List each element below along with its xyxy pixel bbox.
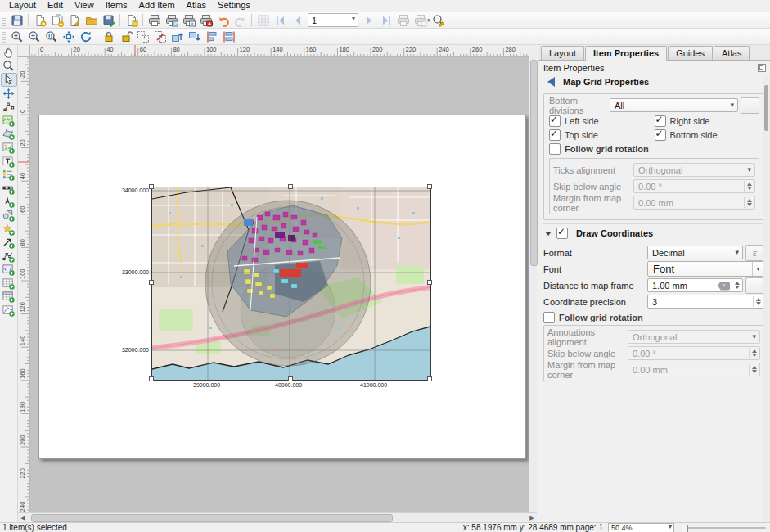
follow-grid-rotation-2-checkbox[interactable] xyxy=(543,312,555,323)
zoom-tool-button[interactable] xyxy=(1,60,17,74)
distribute-selected-items-button[interactable] xyxy=(220,29,237,44)
add-label-button[interactable] xyxy=(1,155,17,169)
horizontal-ruler[interactable]: 0204060801001201401601802002202402602803… xyxy=(30,45,529,57)
add-elevation-profile-button[interactable] xyxy=(1,304,17,318)
menu-items[interactable]: Items xyxy=(100,0,133,11)
duplicate-layout-button[interactable] xyxy=(48,13,65,28)
export-as-svg-button[interactable] xyxy=(180,13,197,28)
canvas-vertical-scrollbar[interactable] xyxy=(529,45,537,512)
add-pages-button[interactable] xyxy=(123,13,140,28)
zoom-level-combo[interactable]: 50.4% xyxy=(608,523,674,532)
toolbar-drag-handle[interactable] xyxy=(2,15,6,26)
top-side-checkbox[interactable] xyxy=(549,129,561,141)
next-feature-button[interactable] xyxy=(360,13,377,28)
follow-grid-rotation-checkbox[interactable] xyxy=(549,143,561,155)
vertical-ruler[interactable]: -20020406080100120140160180200220240 xyxy=(18,57,30,512)
scroll-left-arrow-icon[interactable]: ◀ xyxy=(18,515,28,521)
coordinate-precision-spinbox[interactable]: 3 xyxy=(647,295,764,309)
menu-view[interactable]: View xyxy=(69,0,100,11)
bottom-divisions-select[interactable]: All xyxy=(610,98,738,112)
tab-layout[interactable]: Layout xyxy=(541,46,584,60)
first-feature-button[interactable] xyxy=(272,13,289,28)
menu-atlas[interactable]: Atlas xyxy=(181,0,212,11)
zoom-full-button[interactable] xyxy=(60,29,77,44)
menu-edit[interactable]: Edit xyxy=(42,0,69,11)
new-layout-button[interactable] xyxy=(31,13,48,28)
toolbar-drag-handle[interactable] xyxy=(2,31,6,43)
layout-manager-button[interactable] xyxy=(65,13,83,28)
add-map-button[interactable] xyxy=(1,114,17,128)
export-as-pdf-button[interactable] xyxy=(197,13,214,28)
move-item-content-button[interactable] xyxy=(1,87,17,101)
menu-add-item[interactable]: Add Item xyxy=(133,0,181,11)
atlas-settings-button[interactable] xyxy=(430,13,448,28)
zoom-out-button[interactable] xyxy=(25,29,43,44)
zoom-actual-button[interactable] xyxy=(43,29,60,44)
tab-atlas[interactable]: Atlas xyxy=(714,46,750,60)
export-atlas-button[interactable] xyxy=(412,13,429,28)
zoom-in-button[interactable] xyxy=(8,29,25,44)
pan-layout-button[interactable] xyxy=(1,46,17,60)
draw-coordinates-header[interactable]: Draw Coordinates xyxy=(543,223,764,242)
right-side-checkbox[interactable] xyxy=(655,115,666,127)
save-project-button[interactable] xyxy=(8,13,25,28)
clear-value-icon[interactable]: × xyxy=(718,282,730,291)
float-panel-icon[interactable] xyxy=(758,64,766,72)
preview-atlas-button[interactable] xyxy=(254,13,272,28)
add-fixed-table-button[interactable] xyxy=(1,291,17,304)
left-side-checkbox[interactable] xyxy=(549,115,561,127)
draw-coordinates-checkbox[interactable] xyxy=(556,228,568,239)
data-defined-override-button[interactable] xyxy=(741,97,759,114)
add-arrow-button[interactable] xyxy=(1,236,17,250)
refresh-view-button[interactable] xyxy=(77,29,94,44)
tab-item-properties[interactable]: Item Properties xyxy=(585,46,667,61)
unlock-all-items-button[interactable] xyxy=(117,29,134,44)
menu-layout[interactable]: Layout xyxy=(3,0,42,11)
undo-button[interactable] xyxy=(214,13,232,28)
add-picture-button[interactable] xyxy=(1,141,17,155)
save-as-template-button[interactable] xyxy=(100,13,117,28)
add-scalebar-button[interactable] xyxy=(1,182,17,196)
menu-settings[interactable]: Settings xyxy=(212,0,256,11)
add-marker-button[interactable] xyxy=(1,223,17,237)
edit-nodes-item-button[interactable] xyxy=(1,100,17,114)
expression-button[interactable]: ε xyxy=(745,245,764,261)
zoom-slider[interactable] xyxy=(679,524,768,532)
panel-scrollbar[interactable] xyxy=(763,75,770,522)
atlas-page-combo[interactable]: 1 xyxy=(308,13,358,27)
lower-selected-items-button[interactable] xyxy=(186,29,203,44)
add-node-item-button[interactable] xyxy=(1,250,17,264)
tab-guides[interactable]: Guides xyxy=(668,46,713,60)
select-move-item-button[interactable] xyxy=(1,73,17,87)
group-items-button[interactable] xyxy=(134,29,151,44)
align-selected-items-button[interactable] xyxy=(203,29,220,44)
export-as-image-button[interactable] xyxy=(163,13,180,28)
bottom-side-checkbox[interactable] xyxy=(655,129,666,141)
print-atlas-button[interactable] xyxy=(394,13,412,28)
add-north-arrow-button[interactable] xyxy=(1,196,17,210)
add-shape-button[interactable] xyxy=(1,209,17,223)
print-layout-button[interactable] xyxy=(146,13,163,28)
layout-canvas[interactable]: 34000.00033000.00032000.00039000.0004000… xyxy=(30,57,529,512)
ungroup-items-button[interactable] xyxy=(151,29,169,44)
redo-button[interactable] xyxy=(232,13,249,28)
zoom-slider-knob[interactable] xyxy=(682,525,688,532)
back-button[interactable] xyxy=(543,75,558,88)
map-item[interactable] xyxy=(151,187,431,381)
data-defined-override-button[interactable] xyxy=(745,277,764,294)
previous-feature-button[interactable] xyxy=(289,13,306,28)
add-3d-map-button[interactable] xyxy=(1,128,17,142)
add-legend-button[interactable] xyxy=(1,168,17,182)
canvas-horizontal-scrollbar[interactable]: ◀ ▶ xyxy=(18,512,537,522)
scroll-thumb[interactable] xyxy=(31,514,393,522)
font-dropdown-icon[interactable]: ▾ xyxy=(752,262,763,276)
font-button[interactable]: Font▾ xyxy=(647,261,764,277)
add-html-button[interactable] xyxy=(1,264,17,277)
raise-selected-items-button[interactable] xyxy=(169,29,186,44)
last-feature-button[interactable] xyxy=(377,13,394,28)
add-attribute-table-button[interactable] xyxy=(1,277,17,291)
scroll-right-arrow-icon[interactable]: ▶ xyxy=(527,515,537,521)
distance-to-map-frame-spinbox[interactable]: 1.00 mm× xyxy=(647,278,743,292)
open-template-button[interactable] xyxy=(83,13,100,28)
format-select[interactable]: Decimal xyxy=(647,246,743,259)
